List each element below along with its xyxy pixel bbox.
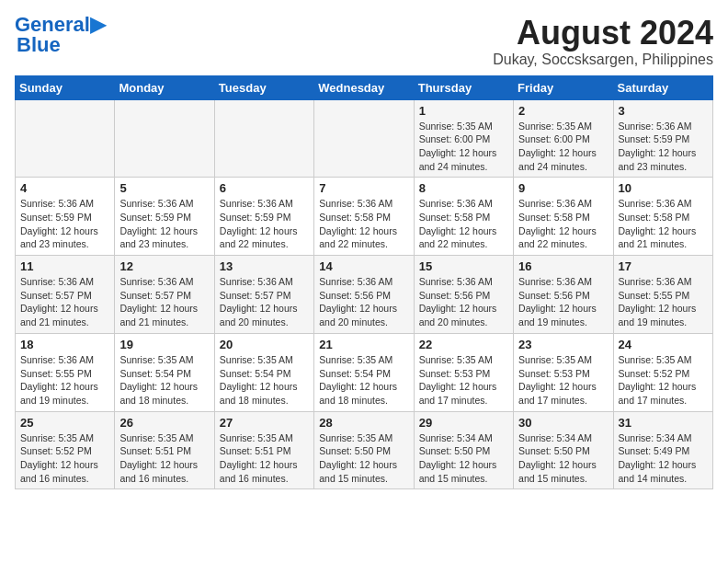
- day-info: Sunrise: 5:36 AMSunset: 5:58 PMDaylight:…: [319, 197, 408, 251]
- calendar-cell: 3Sunrise: 5:36 AMSunset: 5:59 PMDaylight…: [613, 99, 712, 178]
- day-info: Sunrise: 5:35 AMSunset: 6:00 PMDaylight:…: [518, 120, 608, 174]
- day-number: 23: [518, 338, 608, 351]
- day-info: Sunrise: 5:35 AMSunset: 5:50 PMDaylight:…: [319, 431, 408, 486]
- day-info: Sunrise: 5:36 AMSunset: 5:57 PMDaylight:…: [20, 275, 109, 329]
- day-info: Sunrise: 5:35 AMSunset: 5:54 PMDaylight:…: [220, 353, 309, 408]
- day-number: 24: [619, 338, 708, 351]
- day-info: Sunrise: 5:36 AMSunset: 5:57 PMDaylight:…: [220, 275, 309, 329]
- day-number: 20: [220, 338, 309, 351]
- calendar-cell: 18Sunrise: 5:36 AMSunset: 5:55 PMDayligh…: [16, 333, 115, 411]
- weekday-header-sunday: Sunday: [16, 75, 115, 99]
- day-info: Sunrise: 5:36 AMSunset: 5:59 PMDaylight:…: [119, 197, 209, 251]
- weekday-header-thursday: Thursday: [414, 75, 513, 99]
- calendar-cell: 20Sunrise: 5:35 AMSunset: 5:54 PMDayligh…: [214, 333, 313, 411]
- page-subtitle: Dukay, Soccsksargen, Philippines: [493, 52, 713, 68]
- calendar-cell: 8Sunrise: 5:36 AMSunset: 5:58 PMDaylight…: [414, 178, 513, 256]
- logo-blue: Blue: [17, 33, 61, 57]
- header: General▶ Blue August 2024 Dukay, Soccsks…: [15, 15, 713, 68]
- day-number: 31: [619, 416, 708, 430]
- calendar-cell: 25Sunrise: 5:35 AMSunset: 5:52 PMDayligh…: [16, 411, 115, 489]
- day-info: Sunrise: 5:36 AMSunset: 5:58 PMDaylight:…: [518, 197, 608, 251]
- calendar-cell: 28Sunrise: 5:35 AMSunset: 5:50 PMDayligh…: [314, 411, 414, 489]
- calendar-cell: 10Sunrise: 5:36 AMSunset: 5:58 PMDayligh…: [613, 178, 712, 256]
- day-info: Sunrise: 5:35 AMSunset: 6:00 PMDaylight:…: [419, 120, 508, 174]
- logo: General▶ Blue: [15, 15, 106, 57]
- day-number: 11: [20, 259, 109, 273]
- day-number: 17: [619, 259, 708, 273]
- day-info: Sunrise: 5:36 AMSunset: 5:55 PMDaylight:…: [20, 353, 109, 408]
- calendar-cell: 9Sunrise: 5:36 AMSunset: 5:58 PMDaylight…: [514, 178, 613, 256]
- day-number: 10: [619, 181, 708, 195]
- logo-text: General▶: [15, 15, 106, 35]
- calendar-cell: [16, 99, 115, 178]
- day-info: Sunrise: 5:36 AMSunset: 5:56 PMDaylight:…: [518, 275, 608, 329]
- day-number: 22: [419, 338, 508, 351]
- day-info: Sunrise: 5:36 AMSunset: 5:59 PMDaylight:…: [619, 120, 708, 174]
- day-info: Sunrise: 5:35 AMSunset: 5:52 PMDaylight:…: [20, 431, 109, 486]
- calendar-week-5: 25Sunrise: 5:35 AMSunset: 5:52 PMDayligh…: [16, 411, 713, 489]
- calendar-cell: [115, 99, 214, 178]
- weekday-header-wednesday: Wednesday: [314, 75, 414, 99]
- day-number: 18: [20, 338, 109, 351]
- day-info: Sunrise: 5:36 AMSunset: 5:59 PMDaylight:…: [20, 197, 109, 251]
- calendar-cell: 11Sunrise: 5:36 AMSunset: 5:57 PMDayligh…: [16, 256, 115, 334]
- day-number: 6: [220, 181, 309, 195]
- calendar-week-2: 4Sunrise: 5:36 AMSunset: 5:59 PMDaylight…: [16, 178, 713, 256]
- calendar-cell: 14Sunrise: 5:36 AMSunset: 5:56 PMDayligh…: [314, 256, 414, 334]
- day-number: 14: [319, 259, 408, 273]
- calendar-cell: 17Sunrise: 5:36 AMSunset: 5:55 PMDayligh…: [613, 256, 712, 334]
- day-info: Sunrise: 5:34 AMSunset: 5:49 PMDaylight:…: [619, 431, 708, 486]
- day-number: 19: [119, 338, 209, 351]
- calendar-cell: 21Sunrise: 5:35 AMSunset: 5:54 PMDayligh…: [314, 333, 414, 411]
- calendar-cell: 5Sunrise: 5:36 AMSunset: 5:59 PMDaylight…: [115, 178, 214, 256]
- calendar-cell: 12Sunrise: 5:36 AMSunset: 5:57 PMDayligh…: [115, 256, 214, 334]
- day-info: Sunrise: 5:35 AMSunset: 5:52 PMDaylight:…: [619, 353, 708, 408]
- calendar-cell: 23Sunrise: 5:35 AMSunset: 5:53 PMDayligh…: [514, 333, 613, 411]
- day-number: 3: [619, 104, 708, 118]
- weekday-header-row: SundayMondayTuesdayWednesdayThursdayFrid…: [16, 75, 713, 99]
- day-info: Sunrise: 5:35 AMSunset: 5:54 PMDaylight:…: [319, 353, 408, 408]
- day-info: Sunrise: 5:35 AMSunset: 5:53 PMDaylight:…: [419, 353, 508, 408]
- calendar-cell: 7Sunrise: 5:36 AMSunset: 5:58 PMDaylight…: [314, 178, 414, 256]
- day-number: 8: [419, 181, 508, 195]
- calendar-cell: 13Sunrise: 5:36 AMSunset: 5:57 PMDayligh…: [214, 256, 313, 334]
- calendar-cell: 27Sunrise: 5:35 AMSunset: 5:51 PMDayligh…: [214, 411, 313, 489]
- calendar-cell: 26Sunrise: 5:35 AMSunset: 5:51 PMDayligh…: [115, 411, 214, 489]
- day-number: 27: [220, 416, 309, 430]
- day-number: 26: [119, 416, 209, 430]
- title-area: August 2024 Dukay, Soccsksargen, Philipp…: [493, 15, 713, 68]
- page-title: August 2024: [493, 15, 713, 52]
- day-info: Sunrise: 5:35 AMSunset: 5:54 PMDaylight:…: [119, 353, 209, 408]
- day-info: Sunrise: 5:36 AMSunset: 5:58 PMDaylight:…: [619, 197, 708, 251]
- calendar-week-1: 1Sunrise: 5:35 AMSunset: 6:00 PMDaylight…: [16, 99, 713, 178]
- calendar-cell: 6Sunrise: 5:36 AMSunset: 5:59 PMDaylight…: [214, 178, 313, 256]
- calendar-cell: 1Sunrise: 5:35 AMSunset: 6:00 PMDaylight…: [414, 99, 513, 178]
- day-number: 1: [419, 104, 508, 118]
- calendar-cell: 15Sunrise: 5:36 AMSunset: 5:56 PMDayligh…: [414, 256, 513, 334]
- day-info: Sunrise: 5:34 AMSunset: 5:50 PMDaylight:…: [419, 431, 508, 486]
- day-number: 21: [319, 338, 408, 351]
- day-info: Sunrise: 5:36 AMSunset: 5:56 PMDaylight:…: [419, 275, 508, 329]
- day-number: 5: [119, 181, 209, 195]
- day-info: Sunrise: 5:35 AMSunset: 5:51 PMDaylight:…: [220, 431, 309, 486]
- calendar-cell: 4Sunrise: 5:36 AMSunset: 5:59 PMDaylight…: [16, 178, 115, 256]
- calendar-cell: 29Sunrise: 5:34 AMSunset: 5:50 PMDayligh…: [414, 411, 513, 489]
- calendar-cell: 30Sunrise: 5:34 AMSunset: 5:50 PMDayligh…: [514, 411, 613, 489]
- calendar-cell: 19Sunrise: 5:35 AMSunset: 5:54 PMDayligh…: [115, 333, 214, 411]
- day-number: 15: [419, 259, 508, 273]
- day-info: Sunrise: 5:36 AMSunset: 5:55 PMDaylight:…: [619, 275, 708, 329]
- day-number: 12: [119, 259, 209, 273]
- calendar-cell: 31Sunrise: 5:34 AMSunset: 5:49 PMDayligh…: [613, 411, 712, 489]
- day-info: Sunrise: 5:35 AMSunset: 5:51 PMDaylight:…: [119, 431, 209, 486]
- weekday-header-tuesday: Tuesday: [214, 75, 313, 99]
- calendar-cell: 24Sunrise: 5:35 AMSunset: 5:52 PMDayligh…: [613, 333, 712, 411]
- weekday-header-friday: Friday: [514, 75, 613, 99]
- day-info: Sunrise: 5:36 AMSunset: 5:56 PMDaylight:…: [319, 275, 408, 329]
- day-number: 29: [419, 416, 508, 430]
- day-number: 9: [518, 181, 608, 195]
- day-number: 28: [319, 416, 408, 430]
- calendar-cell: [314, 99, 414, 178]
- weekday-header-saturday: Saturday: [613, 75, 712, 99]
- day-number: 7: [319, 181, 408, 195]
- day-number: 25: [20, 416, 109, 430]
